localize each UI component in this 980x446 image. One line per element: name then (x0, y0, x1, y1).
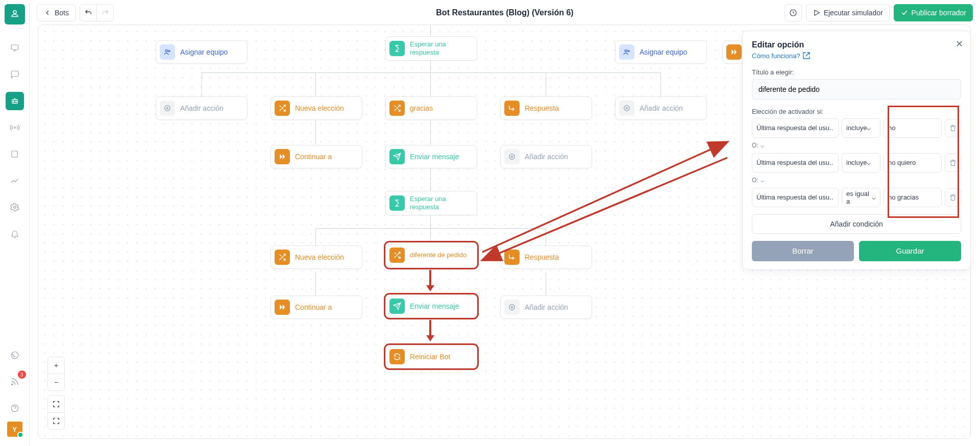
forward-icon (726, 44, 742, 60)
nav-chat-icon[interactable] (6, 65, 24, 84)
help-link[interactable]: Cómo funciona? (752, 52, 811, 60)
zoom-controls: + − (47, 357, 65, 429)
save-button[interactable]: Guardar (859, 241, 961, 261)
close-icon[interactable]: ✕ (955, 38, 963, 49)
nav-broadcast-icon[interactable] (6, 118, 24, 137)
node-add-action-4[interactable]: Añadir acción (500, 295, 592, 319)
condition-source-select[interactable]: Última respuesta del usu.. (752, 118, 839, 138)
condition-value-input[interactable]: no gracias (884, 188, 942, 207)
edit-option-panel: ✕ Editar opción Cómo funciona? Título a … (742, 31, 971, 270)
top-bar: Bots Bot Restaurantes (Blog) (Versión 6)… (30, 0, 980, 26)
team-icon (619, 44, 634, 60)
node-new-choice-2[interactable]: Nueva elección (271, 245, 362, 269)
shuffle-icon (275, 250, 290, 265)
svg-rect-0 (11, 45, 18, 49)
condition-operator-select[interactable]: incluye ⌵ (842, 153, 880, 172)
nav-trend-icon[interactable] (6, 171, 24, 190)
plus-circle-icon (504, 149, 520, 164)
node-response-2[interactable]: Respuesta (500, 245, 592, 269)
fit-button[interactable] (47, 412, 65, 430)
chevron-down-icon: ⌵ (867, 159, 871, 166)
node-send-message-1[interactable]: Enviar mensaje (385, 145, 477, 168)
nav-desktop-icon[interactable] (6, 39, 24, 57)
redo-button[interactable] (96, 4, 114, 21)
app-logo (5, 4, 25, 24)
node-continue-to-3[interactable]: Continuar a (271, 145, 362, 168)
nav-bot-icon[interactable] (6, 92, 24, 110)
shuffle-icon (389, 247, 405, 263)
chevron-down-icon: ⌵ (867, 124, 871, 132)
node-thanks[interactable]: gracias (385, 96, 477, 120)
delete-button[interactable]: Borrar (752, 241, 854, 261)
plus-circle-icon (504, 300, 520, 315)
annotation-arrowhead (426, 335, 434, 341)
svg-point-5 (13, 206, 16, 209)
send-icon (389, 299, 405, 314)
node-restart-bot[interactable]: Reiniciar Bot (385, 345, 477, 368)
undo-button[interactable] (80, 4, 97, 21)
chevron-down-icon: ⌵ (761, 177, 764, 184)
plus-circle-icon (160, 101, 175, 116)
node-add-action-1[interactable]: Añadir acción (156, 96, 248, 120)
node-assign-team-1[interactable]: Asignar equipo (156, 40, 248, 64)
condition-operator-select[interactable]: incluye ⌵ (842, 118, 880, 138)
shuffle-icon (275, 101, 290, 116)
nav-bell-icon[interactable] (6, 225, 24, 243)
delete-condition-button[interactable] (945, 154, 961, 172)
add-condition-button[interactable]: Añadir condición (752, 214, 961, 234)
publish-draft-button[interactable]: Publicar borrador (894, 4, 973, 21)
node-assign-team-2[interactable]: Asignar equipo (615, 40, 707, 64)
hourglass-icon (389, 41, 405, 56)
corner-down-icon (504, 101, 520, 116)
forward-icon (275, 300, 290, 315)
history-button[interactable] (785, 4, 802, 21)
svg-point-12 (625, 49, 627, 52)
annotation-arrowhead (426, 285, 434, 291)
node-add-action-3[interactable]: Añadir acción (500, 145, 592, 168)
svg-point-3 (15, 101, 16, 102)
refresh-icon (389, 349, 405, 364)
svg-point-7 (11, 384, 12, 385)
condition-row-3: Última respuesta del usu.. es igual a ⌵ … (752, 188, 961, 207)
delete-condition-button[interactable] (945, 188, 961, 207)
condition-source-select[interactable]: Última respuesta del usu.. (752, 153, 839, 172)
or-separator-2: O:⌵ (752, 177, 961, 184)
panel-title: Editar opción (752, 40, 961, 49)
node-send-message-2[interactable]: Enviar mensaje (385, 294, 477, 318)
svg-point-6 (11, 352, 18, 359)
node-different-order[interactable]: diferente de pedido (385, 242, 477, 268)
back-to-bots-button[interactable]: Bots (37, 4, 76, 21)
or-separator-1: O:⌵ (752, 142, 961, 149)
annotation-arrow (429, 270, 431, 286)
chevron-down-icon: ⌵ (872, 193, 876, 201)
nav-whatsapp-icon[interactable] (6, 346, 24, 364)
title-input[interactable] (752, 79, 961, 100)
condition-value-input[interactable]: no (884, 118, 942, 138)
node-response-1[interactable]: Respuesta (500, 96, 592, 120)
nav-gear-icon[interactable] (6, 198, 24, 216)
node-wait-response-2[interactable]: Esperar una respuesta (385, 191, 477, 215)
trigger-label: Elección de activador si: (752, 108, 961, 115)
annotation-arrow (429, 320, 431, 336)
back-label: Bots (55, 9, 69, 17)
zoom-out-button[interactable]: − (47, 374, 65, 391)
node-add-action-2[interactable]: Añadir acción (615, 96, 707, 120)
fullscreen-button[interactable] (47, 395, 65, 413)
run-simulator-button[interactable]: Ejecutar simulador (806, 4, 890, 21)
nav-rss-icon[interactable]: 3 (6, 373, 24, 391)
nav-help-icon[interactable] (6, 399, 24, 417)
nav-book-icon[interactable] (6, 145, 24, 163)
delete-condition-button[interactable] (945, 119, 961, 137)
condition-operator-select[interactable]: es igual a ⌵ (842, 188, 880, 207)
condition-value-input[interactable]: no quiero (884, 153, 942, 172)
svg-point-2 (13, 101, 14, 102)
svg-line-19 (483, 158, 727, 260)
team-icon (160, 44, 175, 60)
condition-source-select[interactable]: Última respuesta del usu.. (752, 188, 839, 207)
node-wait-response-1[interactable]: Esperar una respuesta (385, 36, 477, 61)
node-new-choice-1[interactable]: Nueva elección (271, 96, 362, 120)
zoom-in-button[interactable]: + (47, 357, 65, 374)
node-continue-to-4[interactable]: Continuar a (271, 295, 362, 319)
user-avatar[interactable]: Y (7, 422, 22, 437)
forward-icon (275, 149, 290, 164)
